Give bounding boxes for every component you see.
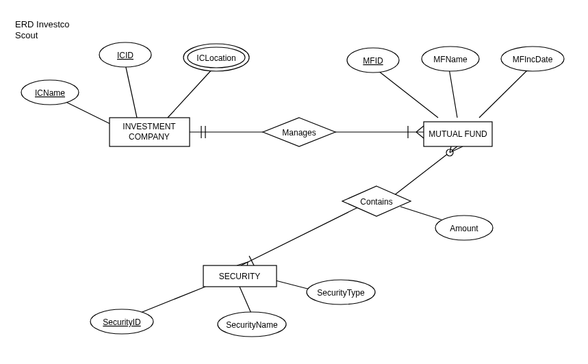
- attr-icid-label: ICID: [117, 51, 133, 60]
- entity-ic-label-1: INVESTMENT: [123, 122, 176, 131]
- svg-line-5: [479, 68, 529, 118]
- svg-line-7: [240, 287, 252, 315]
- attr-securityid-label: SecurityID: [103, 317, 141, 327]
- svg-line-16: [416, 132, 424, 138]
- relationship-manages-label: Manages: [282, 128, 316, 138]
- attr-mfname-label: MFName: [433, 55, 468, 64]
- svg-line-4: [449, 68, 457, 118]
- attr-securitytype-label: SecurityType: [317, 288, 365, 298]
- attr-mfid-label: MFID: [363, 56, 383, 66]
- entity-ic-label-2: COMPANY: [129, 132, 170, 142]
- attr-icname-label: ICName: [35, 88, 65, 98]
- relationship-contains-label: Contains: [360, 197, 392, 207]
- erd-canvas: ICName ICID ICLocation MFID MFName MFInc…: [0, 0, 588, 364]
- svg-line-21: [241, 207, 359, 265]
- svg-line-2: [168, 68, 214, 118]
- svg-line-15: [416, 126, 424, 132]
- entity-security-label: SECURITY: [219, 272, 261, 281]
- entity-mf-label: MUTUAL FUND: [429, 129, 487, 139]
- svg-line-3: [375, 68, 438, 118]
- svg-line-1: [125, 64, 137, 118]
- attr-securityname-label: SecurityName: [226, 320, 278, 330]
- attr-iclocation-label: ICLocation: [196, 53, 235, 63]
- attr-amount-label: Amount: [450, 224, 478, 233]
- attr-mfincdate-label: MFIncDate: [513, 55, 553, 64]
